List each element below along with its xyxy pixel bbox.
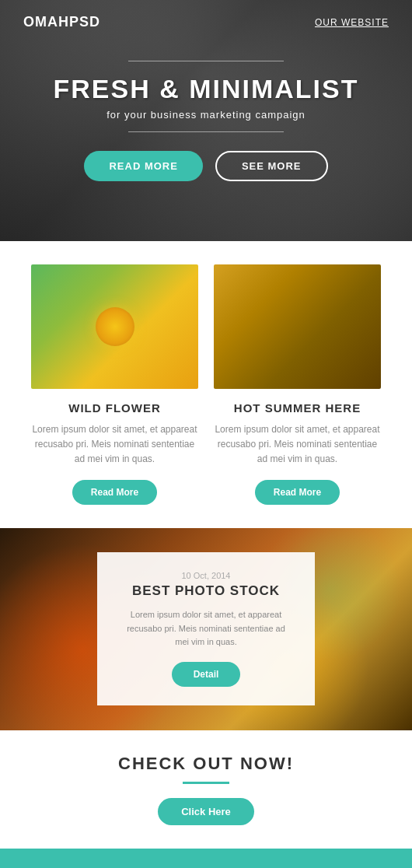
hero-content: FRESH & MINIMALIST for your business mar… (30, 61, 382, 181)
photo-stock-section: 10 Oct, 2014 BEST PHOTO STOCK Lorem ipsu… (0, 528, 412, 730)
hero-divider-top (128, 61, 284, 61)
see-more-button[interactable]: SEE MORE (215, 151, 328, 181)
hero-divider-bottom (128, 131, 284, 132)
summer-image-bg (214, 264, 381, 389)
hero-subtitle: for your business marketing campaign (54, 109, 359, 121)
hero-nav: OMAHPSD OUR WEBSITE (0, 14, 412, 30)
photo-title: BEST PHOTO STOCK (125, 583, 287, 599)
our-website-link[interactable]: OUR WEBSITE (315, 17, 389, 28)
checkout-divider (183, 782, 229, 784)
checkout-section: CHECK OUT NOW! Click Here (0, 730, 412, 849)
detail-button[interactable]: Detail (172, 662, 241, 687)
card-flower-title: WILD FLOWER (31, 401, 198, 415)
card-wild-flower: WILD FLOWER Lorem ipsum dolor sit amet, … (31, 264, 198, 505)
card-flower-read-more[interactable]: Read More (72, 480, 157, 505)
cards-row: WILD FLOWER Lorem ipsum dolor sit amet, … (31, 264, 381, 505)
hero-section: OMAHPSD OUR WEBSITE FRESH & MINIMALIST f… (0, 0, 412, 241)
card-summer-text: Lorem ipsum dolor sit amet, et appareat … (214, 422, 381, 467)
photo-date: 10 Oct, 2014 (125, 571, 287, 580)
click-here-button[interactable]: Click Here (158, 798, 254, 825)
cards-section: WILD FLOWER Lorem ipsum dolor sit amet, … (0, 241, 412, 528)
hero-buttons: READ MORE SEE MORE (54, 151, 359, 181)
footer: CONTACT US Merapi Street no 43, Yogyakar… (0, 849, 412, 868)
logo: OMAHPSD (23, 14, 100, 30)
read-more-button[interactable]: READ MORE (84, 151, 202, 181)
hero-title: FRESH & MINIMALIST (54, 74, 359, 104)
logo-prefix: OMAH (23, 14, 69, 30)
card-summer-read-more[interactable]: Read More (255, 480, 340, 505)
photo-card: 10 Oct, 2014 BEST PHOTO STOCK Lorem ipsu… (97, 552, 315, 705)
card-summer-title: HOT SUMMER HERE (214, 401, 381, 415)
checkout-title: CHECK OUT NOW! (16, 754, 396, 774)
card-summer-image (214, 264, 381, 389)
card-hot-summer: HOT SUMMER HERE Lorem ipsum dolor sit am… (214, 264, 381, 505)
logo-suffix: PSD (69, 14, 100, 30)
card-flower-image (31, 264, 198, 389)
photo-text: Lorem ipsum dolor sit amet, et appareat … (125, 608, 287, 649)
card-flower-text: Lorem ipsum dolor sit amet, et appareat … (31, 422, 198, 467)
flower-image-bg (31, 264, 198, 389)
